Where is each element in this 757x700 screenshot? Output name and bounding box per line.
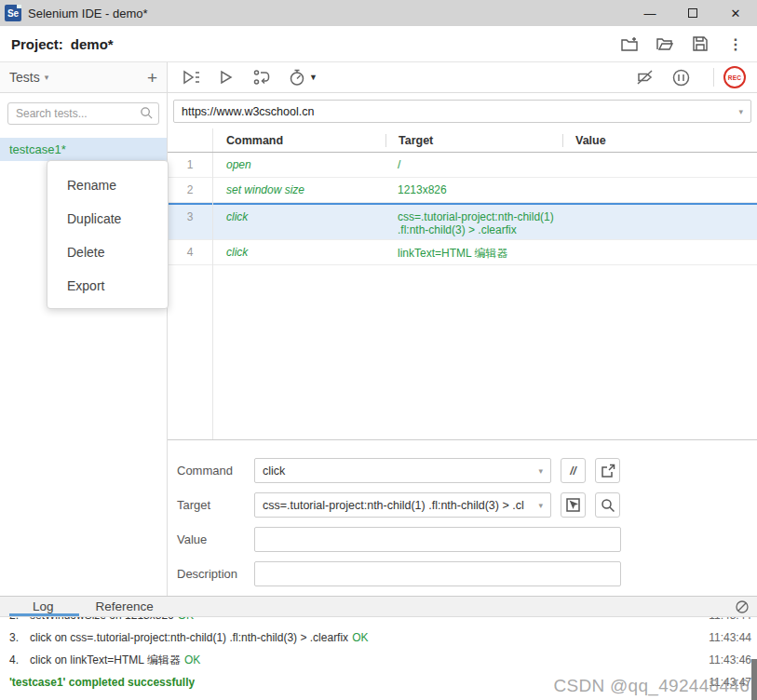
project-name: demo*: [71, 36, 114, 52]
run-all-tests-button[interactable]: [179, 65, 203, 89]
value-input[interactable]: [254, 527, 621, 552]
main-panel: ▼ REC: [168, 62, 757, 596]
header-target: Target: [385, 134, 562, 147]
url-caret-icon: ▾: [738, 107, 743, 116]
close-button[interactable]: ✕: [714, 0, 757, 26]
disable-breakpoints-icon: [636, 68, 655, 87]
target-input[interactable]: [263, 499, 534, 512]
target-select[interactable]: ▾: [254, 492, 551, 518]
kebab-menu-icon: ⋮: [728, 35, 743, 53]
test-context-menu: Rename Duplicate Delete Export: [47, 160, 169, 309]
log-entry-status: OK: [352, 626, 368, 649]
save-project-button[interactable]: [690, 34, 710, 54]
log-entry-text: click on linkText=HTML 编辑器: [30, 649, 181, 671]
pause-on-exceptions-button[interactable]: [669, 65, 693, 89]
menu-item-duplicate[interactable]: Duplicate: [47, 202, 168, 236]
row-number: 3: [168, 205, 212, 239]
log-entry: 3. click on css=.tutorial-project:nth-ch…: [0, 626, 757, 649]
title-bar: Se Selenium IDE - demo* — ✕: [0, 0, 757, 26]
row-value: [562, 153, 757, 177]
table-row[interactable]: 1 open /: [168, 153, 757, 178]
row-command: open: [212, 153, 385, 177]
open-reference-button[interactable]: [595, 458, 620, 483]
step-over-button[interactable]: [250, 65, 274, 89]
search-tests-input[interactable]: [7, 102, 159, 125]
maximize-icon: [688, 8, 697, 18]
menu-item-delete[interactable]: Delete: [47, 236, 168, 269]
test-speed-button[interactable]: ▼: [285, 65, 320, 89]
base-url-value: https://www.w3cschool.cn: [182, 105, 735, 118]
more-options-button[interactable]: ⋮: [725, 34, 746, 54]
active-tab-indicator: [9, 613, 79, 616]
step-over-icon: [252, 68, 271, 87]
table-row-selected[interactable]: 3 click css=.tutorial-project:nth-child(…: [168, 203, 757, 240]
selenium-ide-window: Se Selenium IDE - demo* — ✕ Project: dem…: [0, 0, 757, 700]
target-caret-icon: ▾: [538, 501, 543, 510]
project-label: Project:: [11, 36, 63, 52]
run-all-icon: [182, 68, 201, 87]
selenium-logo-icon: Se: [5, 5, 21, 21]
log-entry-time: 11:43:44: [701, 626, 751, 649]
open-external-icon: [601, 464, 615, 478]
tab-log[interactable]: Log: [33, 599, 54, 613]
log-entry-number: 4.: [9, 649, 30, 671]
menu-item-export[interactable]: Export: [47, 269, 168, 303]
speed-caret-icon: ▼: [309, 73, 318, 82]
tab-reference[interactable]: Reference: [96, 599, 154, 613]
log-entry: 2. setWindowSize on 1213x826 OK 11:43:44: [0, 617, 757, 626]
log-entry-status: OK: [184, 649, 200, 671]
command-select[interactable]: ▾: [254, 458, 551, 483]
header-command: Command: [212, 134, 385, 147]
add-test-button[interactable]: +: [147, 69, 157, 87]
find-target-button[interactable]: [595, 492, 620, 518]
record-button[interactable]: REC: [723, 66, 746, 88]
clear-log-button[interactable]: [735, 599, 750, 618]
menu-item-rename[interactable]: Rename: [47, 168, 168, 202]
row-command: click: [212, 240, 385, 264]
toggle-comment-button[interactable]: //: [561, 458, 586, 483]
new-project-button[interactable]: [619, 34, 640, 54]
log-scrollbar[interactable]: [751, 659, 757, 700]
minimize-button[interactable]: —: [629, 0, 671, 26]
open-project-button[interactable]: [655, 34, 675, 54]
gutter-divider: [212, 128, 213, 439]
row-command: set window size: [212, 178, 385, 202]
test-item-testcase1[interactable]: testcase1*: [0, 138, 167, 161]
select-target-button[interactable]: [561, 492, 586, 518]
chevron-down-icon: ▾: [45, 73, 49, 82]
base-url-select[interactable]: https://www.w3cschool.cn ▾: [173, 100, 751, 123]
command-caret-icon: ▾: [538, 466, 543, 476]
toolbar-divider: [713, 68, 714, 87]
run-current-test-button[interactable]: [214, 65, 238, 89]
description-input[interactable]: [254, 561, 621, 586]
select-target-icon: [565, 497, 581, 513]
value-label: Value: [177, 532, 254, 546]
tests-header: Tests ▾ +: [0, 62, 167, 93]
disable-breakpoints-button[interactable]: [633, 65, 657, 89]
log-entry-number: 2.: [9, 617, 30, 626]
target-label: Target: [177, 498, 254, 512]
log-entry-time: 11:43:46: [701, 649, 751, 671]
table-row[interactable]: 2 set window size 1213x826: [168, 178, 757, 203]
maximize-button[interactable]: [671, 0, 714, 26]
command-label: Command: [177, 464, 254, 478]
row-number: 1: [168, 153, 212, 177]
row-value: [562, 178, 757, 202]
search-icon: [140, 106, 154, 124]
row-value: [562, 205, 757, 239]
command-input[interactable]: [263, 464, 534, 478]
table-row[interactable]: 4 click linkText=HTML 编辑器: [168, 240, 757, 265]
project-header: Project: demo* ⋮: [0, 26, 757, 62]
commands-table: Command Target Value 1 open / 2 set wind…: [168, 128, 757, 439]
window-title: Selenium IDE - demo*: [28, 7, 148, 20]
log-entry: 4. click on linkText=HTML 编辑器 OK 11:43:4…: [0, 649, 757, 671]
magnifier-icon: [601, 498, 615, 513]
tests-sidebar: Tests ▾ + testcase1*: [0, 62, 168, 596]
tests-dropdown[interactable]: Tests: [9, 70, 40, 85]
command-editor-form: Command ▾ // Target: [168, 440, 757, 596]
stopwatch-icon: [288, 68, 306, 87]
new-project-icon: [620, 34, 639, 53]
row-command: click: [212, 205, 385, 239]
row-value: [562, 240, 757, 264]
row-target: /: [385, 153, 562, 177]
